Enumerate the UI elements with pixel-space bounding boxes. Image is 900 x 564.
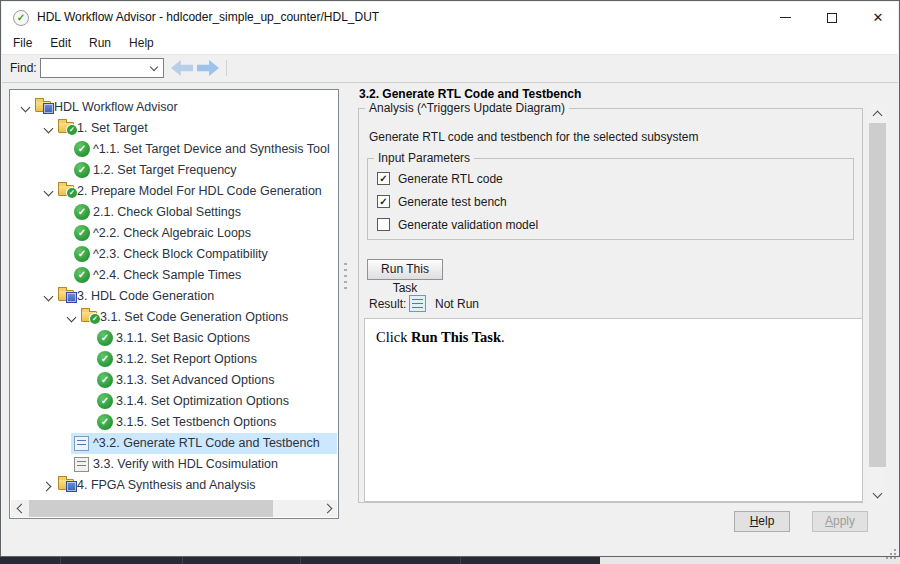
folder-task-group-icon [58, 290, 74, 301]
checkbox-label[interactable]: Generate test bench [398, 194, 507, 210]
tree-item-label: 2. Prepare Model For HDL Code Generation [77, 184, 322, 198]
tree-item[interactable]: 3.1.1. Set Basic Options [10, 328, 338, 349]
scroll-right-button[interactable] [320, 500, 337, 517]
menu-run[interactable]: Run [80, 33, 120, 54]
tree-item[interactable]: 4. FPGA Synthesis and Analysis [10, 475, 338, 496]
tree-item[interactable]: ^2.2. Check Algebraic Loops [10, 223, 338, 244]
workflow-tree[interactable]: HDL Workflow Advisor1. Set Target^1.1. S… [9, 89, 339, 519]
chevron-down-icon[interactable] [43, 292, 53, 302]
task-passed-icon [74, 204, 90, 220]
menu-file[interactable]: File [4, 33, 41, 54]
task-report-icon [74, 457, 89, 472]
minimize-button[interactable] [762, 2, 808, 33]
task-passed-icon [74, 225, 90, 241]
tree-item[interactable]: 3.1.3. Set Advanced Options [10, 370, 338, 391]
tree-item[interactable]: 3.1.2. Set Report Options [10, 349, 338, 370]
hdl-workflow-advisor-app: HDL Workflow Advisor - hdlcoder_simple_u… [0, 0, 900, 564]
checkbox-unchecked[interactable] [377, 218, 390, 231]
task-passed-icon [74, 246, 90, 262]
result-status: Not Run [435, 296, 479, 312]
checkbox-checked[interactable]: ✓ [377, 195, 390, 208]
tree-item[interactable]: 2.1. Check Global Settings [10, 202, 338, 223]
result-message-bold: Run This Task [411, 329, 501, 345]
chevron-down-icon[interactable] [66, 313, 76, 323]
find-label: Find: [10, 55, 37, 81]
menu-edit[interactable]: Edit [41, 33, 80, 54]
task-passed-icon [74, 141, 90, 157]
folder-task-group-icon [58, 479, 74, 490]
tree-item[interactable]: 1.2. Set Target Frequency [10, 160, 338, 181]
tree-item-label: ^2.3. Check Block Compatibility [93, 247, 268, 261]
tree-item[interactable]: 1. Set Target [10, 118, 338, 139]
task-report-icon [74, 436, 89, 451]
tree-item[interactable]: ^1.1. Set Target Device and Synthesis To… [10, 139, 338, 160]
find-next-button[interactable] [197, 60, 219, 76]
menu-help[interactable]: Help [120, 33, 163, 54]
analysis-group-label: Analysis (^Triggers Update Diagram) [365, 101, 569, 115]
tree-item[interactable]: 3.3. Verify with HDL Cosimulation [10, 454, 338, 475]
tree-item[interactable]: 2. Prepare Model For HDL Code Generation [10, 181, 338, 202]
tree-item[interactable]: ^2.3. Check Block Compatibility [10, 244, 338, 265]
tree-item-label: ^2.2. Check Algebraic Loops [93, 226, 251, 240]
tree-item-label: 3.1.5. Set Testbench Options [116, 415, 276, 429]
chevron-down-icon[interactable] [150, 64, 158, 72]
window-title: HDL Workflow Advisor - hdlcoder_simple_u… [37, 2, 379, 33]
scrollbar-thumb[interactable] [869, 123, 886, 467]
tree-item-label: HDL Workflow Advisor [54, 100, 178, 114]
close-icon [873, 11, 884, 24]
scroll-down-button[interactable] [869, 486, 886, 503]
menubar: FileEditRunHelp [2, 33, 898, 54]
result-message-suffix: . [501, 329, 505, 345]
checkbox-label[interactable]: Generate RTL code [398, 171, 503, 187]
tree-item[interactable]: 3.1. Set Code Generation Options [10, 307, 338, 328]
panel-splitter[interactable] [339, 89, 353, 519]
help-button[interactable]: Help [734, 511, 790, 532]
tree-item-label: 3.3. Verify with HDL Cosimulation [93, 457, 278, 471]
folder-passed-icon [58, 185, 74, 196]
tree-item[interactable]: HDL Workflow Advisor [10, 97, 338, 118]
task-passed-icon [97, 330, 113, 346]
chevron-down-icon[interactable] [20, 103, 30, 113]
find-combobox[interactable] [40, 58, 164, 78]
toolbar: Find: [2, 54, 898, 83]
result-report-area: Click Run This Task. [364, 318, 863, 502]
close-button[interactable] [855, 2, 900, 33]
folder-task-group-icon [35, 101, 51, 112]
tree-horizontal-scrollbar[interactable] [11, 500, 337, 517]
splitter-grip-dot [344, 263, 347, 265]
checkbox-label[interactable]: Generate validation model [398, 217, 538, 233]
tree-item-label: 1.2. Set Target Frequency [93, 163, 237, 177]
minimize-icon [780, 17, 791, 18]
tree-item[interactable]: 3. HDL Code Generation [10, 286, 338, 307]
result-label: Result: [369, 296, 406, 312]
splitter-grip-dot [344, 269, 347, 271]
input-parameters-label: Input Parameters [374, 151, 474, 165]
tree-item[interactable]: 3.1.4. Set Optimization Options [10, 391, 338, 412]
task-passed-icon [97, 372, 113, 388]
scroll-left-button[interactable] [11, 500, 28, 517]
main-window: HDL Workflow Advisor - hdlcoder_simple_u… [0, 0, 900, 557]
tree-item-label: 2.1. Check Global Settings [93, 205, 241, 219]
find-previous-button[interactable] [171, 60, 193, 76]
tree-item-label: ^2.4. Check Sample Times [93, 268, 241, 282]
scroll-up-button[interactable] [869, 105, 886, 122]
chevron-right-icon[interactable] [43, 481, 53, 491]
chevron-down-icon[interactable] [43, 124, 53, 134]
run-this-task-button[interactable]: Run This Task [367, 259, 443, 280]
chevron-down-icon[interactable] [43, 187, 53, 197]
checkbox-checked[interactable]: ✓ [377, 172, 390, 185]
splitter-grip-dot [344, 281, 347, 283]
tree-item[interactable]: ^3.2. Generate RTL Code and Testbench [10, 433, 338, 454]
scrollbar-thumb[interactable] [29, 500, 273, 517]
result-report-icon [409, 295, 426, 312]
tree-item[interactable]: 3.1.5. Set Testbench Options [10, 412, 338, 433]
find-input[interactable] [43, 60, 147, 78]
maximize-button[interactable] [809, 2, 855, 33]
background-window-strip [0, 557, 600, 564]
tree-item-label: 1. Set Target [77, 121, 148, 135]
tree-item-label: 3.1. Set Code Generation Options [100, 310, 288, 324]
titlebar[interactable]: HDL Workflow Advisor - hdlcoder_simple_u… [2, 2, 898, 33]
apply-button[interactable]: Apply [812, 511, 868, 532]
tree-item[interactable]: ^2.4. Check Sample Times [10, 265, 338, 286]
panel-vertical-scrollbar[interactable] [869, 105, 886, 503]
